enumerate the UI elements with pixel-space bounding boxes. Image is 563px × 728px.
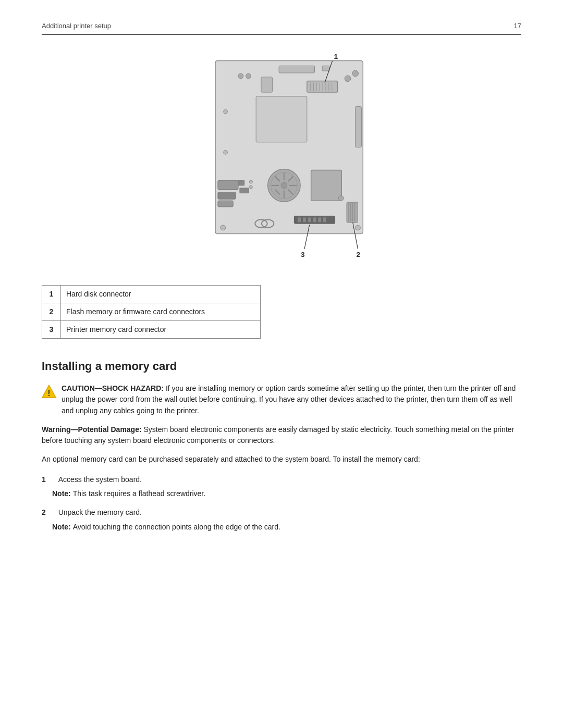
table-row: 2Flash memory or firmware card connector… <box>42 303 261 320</box>
svg-rect-26 <box>238 180 244 186</box>
row-number: 2 <box>42 303 61 320</box>
svg-rect-9 <box>256 96 307 142</box>
step-2: 2 Unpack the memory card.Note: Avoid tou… <box>42 507 521 533</box>
connector-table-container: 1Hard disk connector2Flash memory or fir… <box>42 285 261 339</box>
svg-rect-62 <box>240 188 249 193</box>
svg-rect-0 <box>215 60 363 233</box>
svg-rect-61 <box>261 77 272 92</box>
svg-rect-25 <box>218 201 233 207</box>
row-number: 3 <box>42 320 61 338</box>
svg-rect-32 <box>308 217 311 222</box>
svg-rect-34 <box>318 217 321 222</box>
svg-text:!: ! <box>47 389 50 398</box>
warning-block: Warning—Potential Damage: System board e… <box>42 424 521 447</box>
table-row: 3Printer memory card connector <box>42 320 261 338</box>
svg-rect-10 <box>356 106 362 147</box>
step-line: 2 Unpack the memory card. <box>42 507 521 519</box>
caution-icon: ! <box>42 384 56 399</box>
page-header: Additional printer setup 17 <box>42 21 521 35</box>
step-1: 1 Access the system board.Note: This tas… <box>42 474 521 500</box>
svg-rect-24 <box>218 192 236 199</box>
board-diagram: 1 2 3 <box>42 51 521 269</box>
board-svg: 1 2 3 <box>182 51 381 269</box>
step-text: Unpack the memory card. <box>58 508 142 516</box>
caution-text: CAUTION—SHOCK HAZARD: If you are install… <box>62 383 521 417</box>
svg-rect-22 <box>311 170 342 201</box>
caution-label: CAUTION—SHOCK HAZARD: <box>62 384 164 392</box>
svg-point-51 <box>221 225 226 230</box>
svg-point-60 <box>249 185 252 188</box>
svg-point-52 <box>356 225 361 230</box>
page-number: 17 <box>514 21 521 31</box>
note-block: Note: Avoid touching the connection poin… <box>52 522 521 533</box>
step-number-label: 1 <box>42 475 48 484</box>
svg-text:2: 2 <box>357 250 361 258</box>
step-text: Access the system board. <box>58 475 142 484</box>
note-block: Note: This task requires a flathead scre… <box>52 488 521 499</box>
connector-table: 1Hard disk connector2Flash memory or fir… <box>42 285 261 339</box>
section-title-header: Additional printer setup <box>42 21 111 31</box>
note-label: Note: <box>52 489 73 498</box>
note-text: Avoid touching the connection points alo… <box>73 523 280 531</box>
svg-point-59 <box>249 180 252 183</box>
svg-rect-3 <box>279 66 314 73</box>
svg-point-1 <box>238 73 243 78</box>
svg-point-41 <box>338 195 344 201</box>
warning-label: Warning—Potential Damage: <box>42 425 142 434</box>
svg-text:1: 1 <box>334 52 338 60</box>
svg-point-21 <box>281 182 287 188</box>
svg-rect-30 <box>298 217 301 222</box>
row-description: Hard disk connector <box>61 285 261 303</box>
page-content: Additional printer setup 17 <box>0 0 563 571</box>
svg-point-2 <box>246 73 251 78</box>
svg-point-8 <box>224 150 228 154</box>
svg-rect-33 <box>313 217 316 222</box>
svg-point-5 <box>352 70 359 77</box>
step-line: 1 Access the system board. <box>42 474 521 486</box>
intro-text: An optional memory card can be purchased… <box>42 454 521 465</box>
svg-rect-31 <box>303 217 306 222</box>
note-label: Note: <box>52 523 73 531</box>
svg-rect-36 <box>347 202 358 223</box>
caution-block: ! CAUTION—SHOCK HAZARD: If you are insta… <box>42 383 521 417</box>
svg-text:3: 3 <box>301 250 305 258</box>
svg-point-7 <box>224 109 228 114</box>
svg-rect-23 <box>218 180 238 190</box>
row-number: 1 <box>42 285 61 303</box>
svg-rect-35 <box>323 217 326 222</box>
svg-point-6 <box>345 75 351 81</box>
row-description: Flash memory or firmware card connectors <box>61 303 261 320</box>
table-row: 1Hard disk connector <box>42 285 261 303</box>
note-text: This task requires a flathead screwdrive… <box>73 489 205 498</box>
section-heading: Installing a memory card <box>42 357 521 375</box>
svg-rect-42 <box>307 81 338 92</box>
steps-container: 1 Access the system board.Note: This tas… <box>42 474 521 533</box>
step-number-label: 2 <box>42 508 48 516</box>
row-description: Printer memory card connector <box>61 320 261 338</box>
svg-rect-4 <box>322 66 329 71</box>
